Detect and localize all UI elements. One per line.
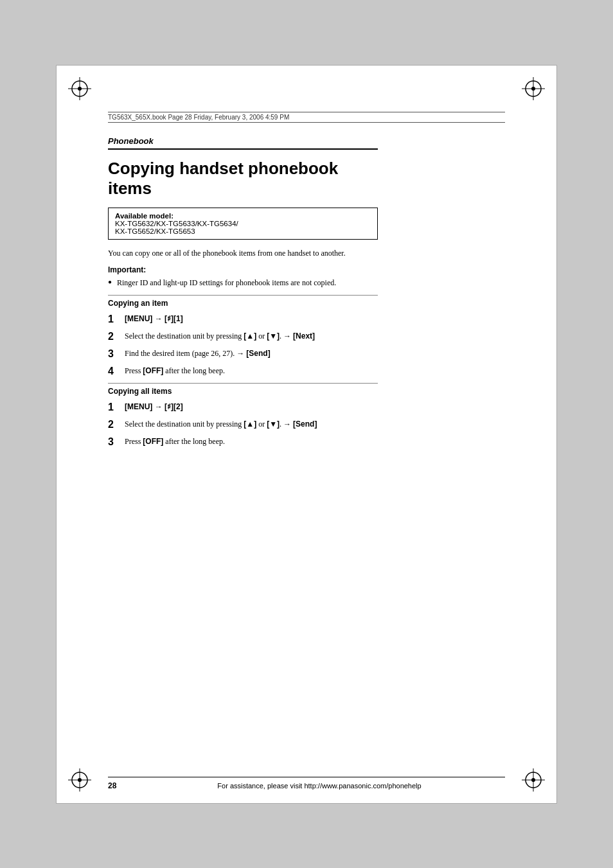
model-box: Available model: KX-TG5632/KX-TG5633/KX-… [108,208,378,240]
step-all-num-1: 1 [108,401,121,413]
intro-text: You can copy one or all of the phonebook… [108,247,378,259]
svg-point-7 [531,87,535,91]
step-copy-item-1: 1 [MENU] → [♯][1] [108,313,378,325]
model-label: Available model: [115,212,173,220]
section-label: Phonebook [108,136,378,146]
step-content-1: [MENU] → [♯][1] [125,313,378,324]
step-copy-item-3: 3 Find the desired item (page 26, 27). →… [108,348,378,360]
page-title: Copying handset phonebook items [108,159,378,199]
page-wrapper: TG563X_565X.book Page 28 Friday, Februar… [0,0,613,868]
step-copy-all-1: 1 [MENU] → [♯][2] [108,401,378,413]
step-num-2: 2 [108,330,121,342]
step-num-1: 1 [108,313,121,325]
section-rule [108,148,378,150]
step-content-2: Select the destination unit by pressing … [125,330,378,342]
step-content-4: Press [OFF] after the long beep. [125,365,378,376]
step-num-4: 4 [108,365,121,377]
step-copy-all-2: 2 Select the destination unit by pressin… [108,418,378,430]
step-num-3: 3 [108,348,121,360]
step-all-num-3: 3 [108,436,121,448]
step-copy-all-3: 3 Press [OFF] after the long beep. [108,436,378,448]
copy-item-heading: Copying an item [108,295,378,308]
footer: 28 For assistance, please visit http://w… [108,777,505,790]
step-copy-item-2: 2 Select the destination unit by pressin… [108,330,378,342]
step-all-content-1: [MENU] → [♯][2] [125,401,378,412]
reg-mark-br [522,768,545,792]
step-content-3: Find the desired item (page 26, 27). → [… [125,348,378,359]
reg-mark-tl [68,77,91,100]
step-all-num-2: 2 [108,418,121,430]
svg-point-15 [531,778,535,782]
print-line: TG563X_565X.book Page 28 Friday, Februar… [108,112,505,123]
page: TG563X_565X.book Page 28 Friday, Februar… [56,65,557,804]
step-copy-item-4: 4 Press [OFF] after the long beep. [108,365,378,377]
important-label: Important: [108,265,378,274]
step-all-content-2: Select the destination unit by pressing … [125,418,378,430]
footer-page-num: 28 [108,781,134,790]
bullet-item: Ringer ID and light-up ID settings for p… [108,277,378,288]
reg-mark-tr [522,77,545,100]
svg-point-11 [78,778,82,782]
copy-all-heading: Copying all items [108,383,378,396]
model-list: KX-TG5632/KX-TG5633/KX-TG5634/KX-TG5652/… [115,220,238,235]
main-content: Phonebook Copying handset phonebook item… [108,136,378,765]
svg-point-3 [78,87,82,91]
step-all-content-3: Press [OFF] after the long beep. [125,436,378,447]
reg-mark-bl [68,768,91,792]
footer-assistance-text: For assistance, please visit http://www.… [134,782,505,790]
